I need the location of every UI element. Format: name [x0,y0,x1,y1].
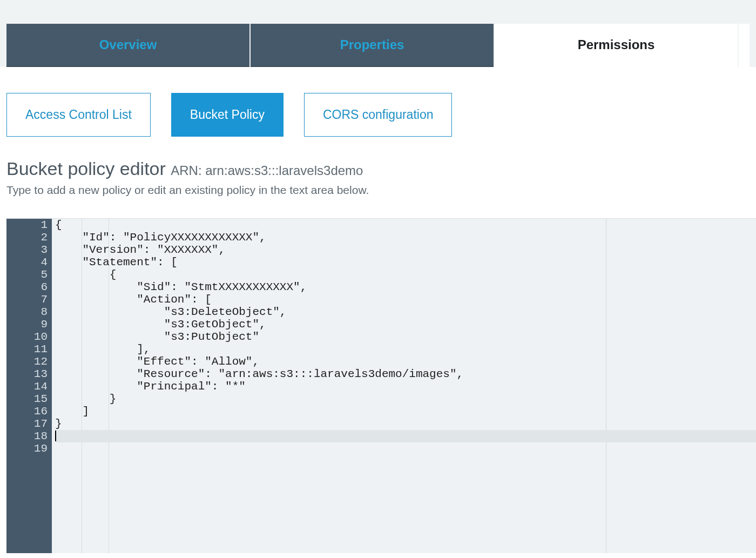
code-line[interactable]: "Statement": [ [55,256,756,268]
code-line[interactable]: } [55,393,756,405]
line-number: 16 [13,405,48,418]
line-number: 7 [13,293,48,306]
content-area: Access Control List Bucket Policy CORS c… [0,67,756,558]
code-line[interactable]: "s3:DeleteObject", [55,306,756,318]
main-tabs: Overview Properties Permissions [6,24,750,67]
editor-header: Bucket policy editor ARN: arn:aws:s3:::l… [6,158,756,179]
code-line[interactable]: ], [55,343,756,355]
line-number: 13 [13,368,48,380]
line-number: 14 [13,380,48,393]
editor-helper-text: Type to add a new policy or edit an exis… [6,184,756,197]
line-number: 15 [13,393,48,405]
line-number: 18 [13,430,48,442]
code-line[interactable]: "Effect": "Allow", [55,355,756,368]
tab-properties[interactable]: Properties [251,24,494,67]
line-number: 8 [13,306,48,318]
code-line[interactable]: "s3:PutObject" [55,331,756,343]
code-line[interactable] [55,442,756,455]
code-line[interactable]: "Principal": "*" [55,380,756,393]
policy-editor[interactable]: 12345678910111213141516171819 { "Id": "P… [6,218,756,553]
code-line[interactable]: "Version": "XXXXXXX", [55,244,756,256]
line-number: 1 [13,219,48,231]
line-number: 6 [13,281,48,293]
editor-arn: ARN: arn:aws:s3:::laravels3demo [171,163,363,178]
line-number: 12 [13,355,48,368]
permission-subtabs: Access Control List Bucket Policy CORS c… [6,93,756,137]
tab-right-edge [739,24,750,67]
code-line[interactable]: "Id": "PolicyXXXXXXXXXXXX", [55,231,756,244]
code-line[interactable]: { [55,219,756,231]
line-number: 9 [13,318,48,331]
code-line[interactable]: } [55,418,756,430]
line-number: 10 [13,331,48,343]
line-number: 19 [13,442,48,455]
code-line[interactable]: "Sid": "StmtXXXXXXXXXXX", [55,281,756,293]
code-line[interactable]: "Action": [ [55,293,756,306]
code-line[interactable]: ] [55,405,756,418]
subtab-bucket-policy[interactable]: Bucket Policy [171,93,284,137]
subtab-cors[interactable]: CORS configuration [304,93,453,137]
code-line[interactable]: { [55,268,756,281]
line-number: 4 [13,256,48,268]
code-line[interactable]: "Resource": "arn:aws:s3:::laravels3demo/… [55,368,756,380]
code-line[interactable]: "s3:GetObject", [55,318,756,331]
line-number: 2 [13,231,48,244]
line-number: 5 [13,268,48,281]
tab-permissions[interactable]: Permissions [495,24,738,67]
code-body[interactable]: { "Id": "PolicyXXXXXXXXXXXX", "Version":… [52,219,756,553]
subtab-acl[interactable]: Access Control List [6,93,151,137]
line-number: 3 [13,244,48,256]
code-line[interactable] [55,430,756,442]
line-number: 11 [13,343,48,355]
line-number-gutter: 12345678910111213141516171819 [6,219,52,553]
editor-title: Bucket policy editor [6,158,171,179]
line-number: 17 [13,418,48,430]
tab-overview[interactable]: Overview [6,24,249,67]
